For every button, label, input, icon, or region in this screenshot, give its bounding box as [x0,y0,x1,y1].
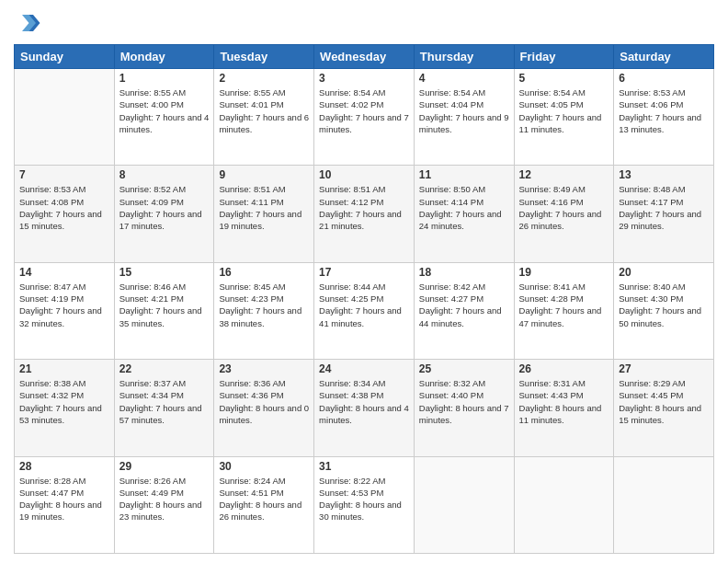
daylight-text: Daylight: 7 hours and 44 minutes. [419,304,509,329]
sunrise-text: Sunrise: 8:52 AM [119,183,210,195]
daylight-text: Daylight: 7 hours and 35 minutes. [119,304,210,329]
daylight-text: Daylight: 8 hours and 15 minutes. [619,402,709,427]
logo [14,9,45,37]
sunset-text: Sunset: 4:23 PM [219,293,309,304]
calendar-header-tuesday: Tuesday [214,45,314,69]
calendar-header-wednesday: Wednesday [314,45,415,69]
day-number: 14 [19,266,109,279]
sunrise-text: Sunrise: 8:38 AM [19,377,109,389]
day-number: 17 [319,266,409,279]
calendar-cell: 12Sunrise: 8:49 AMSunset: 4:16 PMDayligh… [514,166,614,262]
sunrise-text: Sunrise: 8:51 AM [319,183,409,195]
calendar-cell: 20Sunrise: 8:40 AMSunset: 4:30 PMDayligh… [614,262,714,359]
calendar-cell: 4Sunrise: 8:54 AMSunset: 4:04 PMDaylight… [414,69,514,166]
daylight-text: Daylight: 8 hours and 4 minutes. [319,402,409,427]
sunrise-text: Sunrise: 8:36 AM [219,377,309,389]
daylight-text: Daylight: 7 hours and 41 minutes. [319,304,409,329]
sunrise-text: Sunrise: 8:54 AM [319,86,409,98]
sunset-text: Sunset: 4:17 PM [619,196,709,208]
day-number: 8 [119,168,210,181]
daylight-text: Daylight: 7 hours and 57 minutes. [119,402,210,427]
daylight-text: Daylight: 7 hours and 17 minutes. [119,208,210,233]
calendar-cell: 21Sunrise: 8:38 AMSunset: 4:32 PMDayligh… [15,360,115,456]
day-number: 6 [619,72,709,85]
sunset-text: Sunset: 4:34 PM [119,389,210,401]
day-number: 22 [119,362,210,375]
calendar-header-row: SundayMondayTuesdayWednesdayThursdayFrid… [15,45,714,69]
sunset-text: Sunset: 4:43 PM [519,389,609,401]
sunset-text: Sunset: 4:11 PM [219,196,309,208]
calendar-header-sunday: Sunday [15,45,115,69]
sunset-text: Sunset: 4:36 PM [219,389,309,401]
daylight-text: Daylight: 7 hours and 15 minutes. [19,208,109,233]
sunset-text: Sunset: 4:04 PM [419,98,509,110]
daylight-text: Daylight: 8 hours and 7 minutes. [419,402,509,427]
day-number: 7 [19,168,109,181]
calendar-cell: 27Sunrise: 8:29 AMSunset: 4:45 PMDayligh… [614,360,714,456]
daylight-text: Daylight: 7 hours and 21 minutes. [319,208,409,233]
daylight-text: Daylight: 7 hours and 47 minutes. [519,304,609,329]
sunrise-text: Sunrise: 8:53 AM [619,86,709,98]
calendar-header-saturday: Saturday [614,45,714,69]
daylight-text: Daylight: 7 hours and 6 minutes. [219,111,309,136]
calendar-cell: 30Sunrise: 8:24 AMSunset: 4:51 PMDayligh… [214,456,314,553]
sunrise-text: Sunrise: 8:31 AM [519,377,609,389]
sunset-text: Sunset: 4:47 PM [19,487,109,499]
sunrise-text: Sunrise: 8:37 AM [119,377,210,389]
sunrise-text: Sunrise: 8:29 AM [619,377,709,389]
sunrise-text: Sunrise: 8:54 AM [519,86,609,98]
day-number: 1 [119,72,210,85]
calendar-cell: 10Sunrise: 8:51 AMSunset: 4:12 PMDayligh… [314,166,415,262]
sunset-text: Sunset: 4:53 PM [319,487,409,499]
calendar-cell: 5Sunrise: 8:54 AMSunset: 4:05 PMDaylight… [514,69,614,166]
page: SundayMondayTuesdayWednesdayThursdayFrid… [0,0,728,563]
calendar-cell: 25Sunrise: 8:32 AMSunset: 4:40 PMDayligh… [414,360,514,456]
calendar-cell [614,456,714,553]
calendar-cell: 13Sunrise: 8:48 AMSunset: 4:17 PMDayligh… [614,166,714,262]
daylight-text: Daylight: 8 hours and 26 minutes. [219,499,309,523]
calendar-cell: 29Sunrise: 8:26 AMSunset: 4:49 PMDayligh… [114,456,214,553]
day-number: 23 [219,362,309,375]
day-number: 13 [619,168,709,181]
day-number: 5 [519,72,609,85]
sunset-text: Sunset: 4:14 PM [419,196,509,208]
calendar-cell: 28Sunrise: 8:28 AMSunset: 4:47 PMDayligh… [15,456,115,553]
calendar-cell: 11Sunrise: 8:50 AMSunset: 4:14 PMDayligh… [414,166,514,262]
day-number: 16 [219,266,309,279]
daylight-text: Daylight: 7 hours and 50 minutes. [619,304,709,329]
day-number: 27 [619,362,709,375]
calendar-header-friday: Friday [514,45,614,69]
day-number: 11 [419,168,509,181]
sunrise-text: Sunrise: 8:22 AM [319,475,409,487]
day-number: 18 [419,266,509,279]
calendar-cell: 15Sunrise: 8:46 AMSunset: 4:21 PMDayligh… [114,262,214,359]
sunset-text: Sunset: 4:21 PM [119,293,210,304]
sunset-text: Sunset: 4:05 PM [519,98,609,110]
daylight-text: Daylight: 7 hours and 24 minutes. [419,208,509,233]
daylight-text: Daylight: 8 hours and 30 minutes. [319,499,409,523]
calendar-cell: 3Sunrise: 8:54 AMSunset: 4:02 PMDaylight… [314,69,415,166]
day-number: 31 [319,460,409,473]
sunset-text: Sunset: 4:30 PM [619,293,709,304]
sunset-text: Sunset: 4:16 PM [519,196,609,208]
day-number: 10 [319,168,409,181]
calendar-cell: 19Sunrise: 8:41 AMSunset: 4:28 PMDayligh… [514,262,614,359]
sunset-text: Sunset: 4:25 PM [319,293,409,304]
daylight-text: Daylight: 7 hours and 38 minutes. [219,304,309,329]
calendar-cell: 24Sunrise: 8:34 AMSunset: 4:38 PMDayligh… [314,360,415,456]
sunrise-text: Sunrise: 8:55 AM [219,86,309,98]
day-number: 20 [619,266,709,279]
daylight-text: Daylight: 7 hours and 19 minutes. [219,208,309,233]
daylight-text: Daylight: 7 hours and 26 minutes. [519,208,609,233]
daylight-text: Daylight: 7 hours and 53 minutes. [19,402,109,427]
calendar-cell: 14Sunrise: 8:47 AMSunset: 4:19 PMDayligh… [15,262,115,359]
daylight-text: Daylight: 8 hours and 23 minutes. [119,499,210,523]
sunrise-text: Sunrise: 8:44 AM [319,281,409,293]
header [14,9,714,37]
sunrise-text: Sunrise: 8:47 AM [19,281,109,293]
daylight-text: Daylight: 7 hours and 32 minutes. [19,304,109,329]
sunset-text: Sunset: 4:38 PM [319,389,409,401]
sunrise-text: Sunrise: 8:24 AM [219,475,309,487]
sunrise-text: Sunrise: 8:54 AM [419,86,509,98]
day-number: 9 [219,168,309,181]
